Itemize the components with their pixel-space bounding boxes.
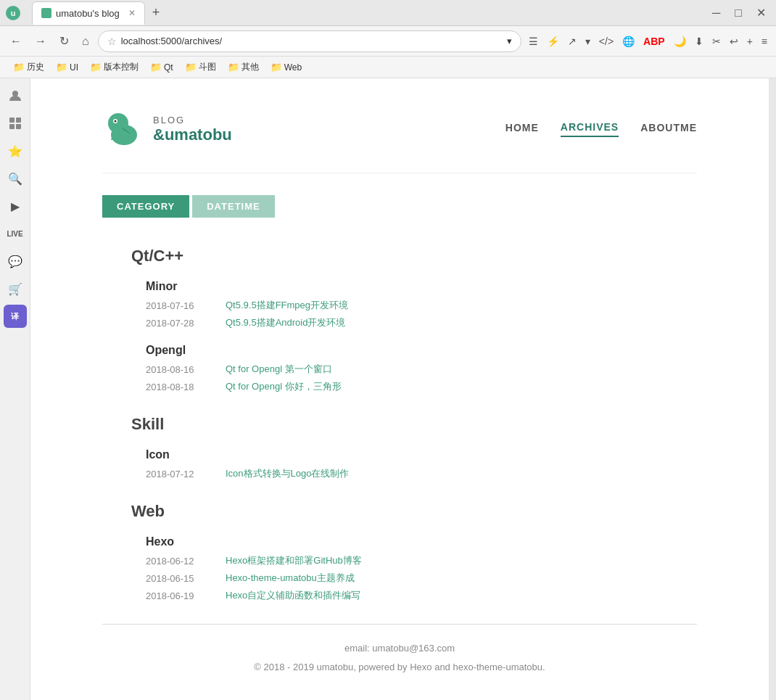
sidebar-icon-live[interactable]: LIVE [4,222,27,245]
bookmark-label: Qt [164,62,173,73]
arrow-down-icon[interactable]: ▾ [582,33,593,50]
subcategory-title: Opengl [146,344,697,357]
categories-container: Qt/C++Minor2018-07-16Qt5.9.5搭建FFmpeg开发环境… [102,247,697,602]
bookmark-web[interactable]: 📁 Web [266,60,306,74]
folder-icon: 📁 [90,62,102,73]
add-button[interactable]: + [744,33,756,50]
post-date: 2018-06-15 [146,573,211,584]
tab-category[interactable]: CATEGORY [102,195,189,218]
bookmark-ui[interactable]: 📁 UI [51,60,83,74]
logo-blog-label: BLOG [153,115,232,125]
sidebar-icon-search[interactable]: 🔍 [4,167,27,190]
bookmark-label: 版本控制 [104,61,139,73]
bookmark-vcs[interactable]: 📁 版本控制 [86,59,143,75]
folder-icon: 📁 [150,62,162,73]
subcategory-title: Hexo [146,535,697,548]
menu-button[interactable]: ≡ [759,33,770,50]
svg-rect-4 [16,124,21,129]
new-tab-button[interactable]: + [148,5,165,20]
blog-header: BLOG &umatobu HOME ARCHIVES ABOUTME [102,93,697,173]
post-link[interactable]: Hexo框架搭建和部署GitHub博客 [226,554,362,567]
close-button[interactable]: ✕ [752,3,770,22]
bookmarks-bar: 📁 历史 📁 UI 📁 版本控制 📁 Qt 📁 斗图 📁 其他 📁 Web [0,57,776,78]
vpn-button[interactable]: 🌐 [619,33,637,50]
svg-rect-2 [16,118,21,123]
forward-button[interactable]: → [30,32,51,51]
sidebar-icon-bookmarks[interactable]: ⭐ [4,139,27,162]
nav-aboutme[interactable]: ABOUTME [640,122,697,136]
address-bar[interactable]: ☆ localhost:5000/archives/ ▾ [98,30,521,52]
subcategory-title: Minor [146,280,697,293]
post-item: 2018-06-19Hexo自定义辅助函数和插件编写 [146,589,697,602]
post-date: 2018-08-16 [146,364,211,375]
category-title: Skill [102,415,697,434]
devtools-button[interactable]: </> [596,33,616,50]
scrollbar[interactable] [769,78,776,700]
download-button[interactable]: ⬇ [692,33,706,50]
home-button[interactable]: ⌂ [78,32,94,51]
svg-rect-3 [9,124,15,129]
blog-logo[interactable]: BLOG &umatobu [102,107,232,151]
folder-icon: 📁 [56,62,67,73]
post-link[interactable]: Qt for Opengl 你好，三角形 [226,380,342,393]
night-mode-button[interactable]: 🌙 [671,33,689,50]
bookmark-label: 其他 [242,61,259,73]
post-item: 2018-08-18Qt for Opengl 你好，三角形 [146,380,697,393]
post-item: 2018-07-12Icon格式转换与Logo在线制作 [146,467,697,480]
svg-point-0 [12,91,18,96]
browser-tab[interactable]: umatobu's blog ✕ [32,1,145,25]
post-date: 2018-06-12 [146,556,211,567]
post-item: 2018-06-12Hexo框架搭建和部署GitHub博客 [146,554,697,567]
logo-image [102,107,146,151]
post-link[interactable]: Hexo-theme-umatobu主题养成 [226,572,355,585]
post-link[interactable]: Qt for Opengl 第一个窗口 [226,363,332,376]
subcategory: Icon2018-07-12Icon格式转换与Logo在线制作 [102,448,697,480]
subcategory: Minor2018-07-16Qt5.9.5搭建FFmpeg开发环境2018-0… [102,280,697,329]
address-down-icon: ▾ [507,36,512,46]
minimize-button[interactable]: ─ [708,3,725,22]
bookmark-history[interactable]: 📁 历史 [9,59,49,75]
post-item: 2018-07-28Qt5.9.5搭建Android开发环境 [146,316,697,329]
post-date: 2018-07-28 [146,318,211,329]
history-nav-button[interactable]: ↩ [727,33,741,50]
extensions-button[interactable]: ✂ [709,33,724,50]
bookmark-qt[interactable]: 📁 Qt [146,60,178,74]
bookmark-doutu[interactable]: 📁 斗图 [181,59,220,75]
post-link[interactable]: Icon格式转换与Logo在线制作 [226,467,350,480]
post-link[interactable]: Hexo自定义辅助函数和插件编写 [226,589,360,602]
category-section: SkillIcon2018-07-12Icon格式转换与Logo在线制作 [102,415,697,480]
nav-home[interactable]: HOME [505,122,539,136]
category-title: Web [102,502,697,521]
nav-archives[interactable]: ARCHIVES [561,121,619,137]
refresh-button[interactable]: ↻ [55,31,73,51]
sidebar-icon-chat[interactable]: 💬 [4,250,27,273]
sidebar-icon-video[interactable]: ▶ [4,194,27,218]
category-section: Qt/C++Minor2018-07-16Qt5.9.5搭建FFmpeg开发环境… [102,247,697,393]
share-button[interactable]: ↗ [565,33,579,50]
sidebar-icon-profile[interactable] [4,84,27,107]
subcategory-title: Icon [146,448,697,461]
logo-name-label: &umatobu [153,125,232,144]
tab-close-btn[interactable]: ✕ [128,8,136,18]
blog-nav: HOME ARCHIVES ABOUTME [505,121,697,137]
sidebar-icon-translate[interactable]: 译 [4,305,27,328]
post-date: 2018-07-12 [146,469,211,479]
back-button[interactable]: ← [6,32,26,51]
bookmark-other[interactable]: 📁 其他 [223,59,263,75]
maximize-button[interactable]: □ [730,3,746,22]
bookmark-label: 斗图 [199,61,216,73]
post-date: 2018-07-16 [146,300,211,311]
post-date: 2018-06-19 [146,590,211,601]
tab-datetime[interactable]: DATETIME [192,195,274,218]
sidebar-icon-cart[interactable]: 🛒 [4,277,27,300]
reader-view-button[interactable]: ☰ [526,33,541,50]
turbo-button[interactable]: ⚡ [544,33,562,50]
category-section: WebHexo2018-06-12Hexo框架搭建和部署GitHub博客2018… [102,502,697,602]
subcategory: Hexo2018-06-12Hexo框架搭建和部署GitHub博客2018-06… [102,535,697,602]
post-link[interactable]: Qt5.9.5搭建Android开发环境 [226,316,345,329]
tab-title: umatobu's blog [56,8,120,19]
post-link[interactable]: Qt5.9.5搭建FFmpeg开发环境 [226,299,348,312]
adblock-button[interactable]: ABP [640,33,668,50]
category-title: Qt/C++ [102,247,697,265]
sidebar-icon-speed-dial[interactable] [4,112,27,135]
